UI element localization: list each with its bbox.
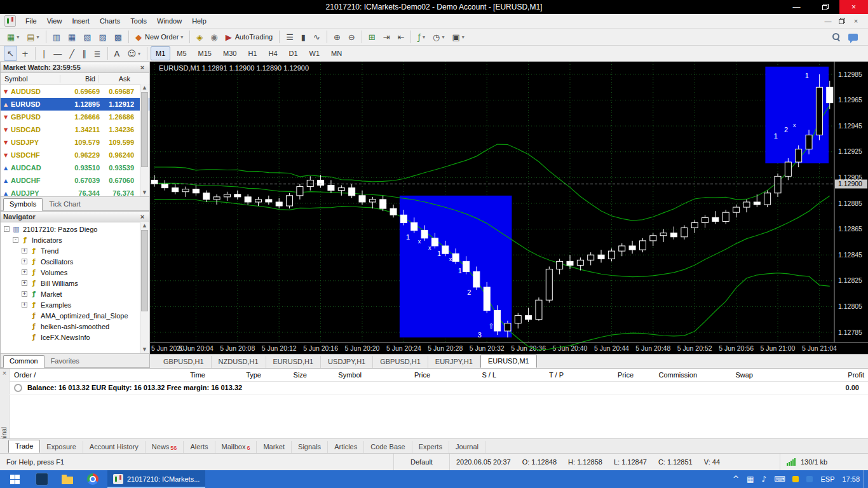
- ask-column-header[interactable]: Ask: [98, 75, 133, 83]
- tray-app-icon-2[interactable]: [803, 470, 817, 488]
- chart-canvas[interactable]: 1.129851.129651.129451.129251.129051.128…: [150, 62, 868, 354]
- expand-icon[interactable]: +: [22, 280, 27, 286]
- bars-chart-button[interactable]: ☰: [283, 29, 297, 44]
- terminal-tab-experts[interactable]: Experts: [412, 441, 449, 453]
- timeframe-h4[interactable]: H4: [263, 46, 282, 60]
- tray-network-icon[interactable]: ▦: [743, 470, 757, 488]
- profiles-button-dropdown-arrow[interactable]: ▾: [37, 34, 39, 40]
- tile-windows-button[interactable]: ⊞: [365, 29, 379, 44]
- navigator-item-trend[interactable]: +ƒTrend: [1, 245, 149, 256]
- scroll-up-icon[interactable]: ▲: [140, 222, 149, 230]
- terminal-column-size[interactable]: Size: [265, 371, 311, 379]
- terminal-tab-news[interactable]: News56: [146, 441, 184, 453]
- terminal-column-s-l[interactable]: S / L: [434, 371, 500, 379]
- terminal-close-button[interactable]: ×: [0, 369, 9, 377]
- navigator-item-volumes[interactable]: +ƒVolumes: [1, 267, 149, 278]
- candles-chart-button[interactable]: ▮: [298, 29, 309, 44]
- navigator-item-21017210-pazos-diego[interactable]: -▥21017210: Pazos Diego: [1, 224, 149, 234]
- chart-shift-button[interactable]: ⇤: [395, 29, 408, 44]
- tray-volume-icon[interactable]: ♪: [757, 470, 770, 488]
- chart-minimize-button[interactable]: —: [821, 15, 835, 27]
- market-watch-row-audchf[interactable]: ▲AUDCHF0.670390.67060: [1, 174, 149, 187]
- navigator-toggle[interactable]: ▧: [80, 29, 94, 44]
- line-chart-button[interactable]: ∿: [310, 29, 323, 44]
- new-chart-button[interactable]: ▦▾: [4, 29, 22, 44]
- new-chart-button-dropdown-arrow[interactable]: ▾: [17, 34, 19, 40]
- market-watch-row-usdcad[interactable]: ▼USDCAD1.342111.34236: [1, 123, 149, 136]
- expand-icon[interactable]: +: [22, 248, 27, 254]
- arrows-tool[interactable]: ☺▾: [124, 46, 144, 61]
- menu-file[interactable]: File: [20, 15, 42, 28]
- timeframe-mn[interactable]: MN: [326, 46, 347, 60]
- terminal-toggle[interactable]: ▨: [96, 29, 110, 44]
- chart-tab-6-eurusd-m1[interactable]: EURUSD,M1: [480, 355, 537, 368]
- market-watch-row-audusd[interactable]: ▼AUDUSD0.696690.69687: [1, 85, 149, 98]
- navigator-tab-common[interactable]: Common: [3, 355, 44, 368]
- indicators-button-dropdown-arrow[interactable]: ▾: [423, 34, 425, 40]
- navigator-item-market[interactable]: +ƒMarket: [1, 288, 149, 299]
- terminal-tab-journal[interactable]: Journal: [449, 441, 485, 453]
- metaquotes-button[interactable]: ◉: [207, 29, 220, 44]
- data-window-toggle[interactable]: ▦: [65, 29, 79, 44]
- zoom-out-button[interactable]: ⊖: [345, 29, 358, 44]
- navigator-item-icefx-newsinfo[interactable]: ƒIceFX.NewsInfo: [1, 332, 149, 342]
- expand-icon[interactable]: +: [22, 259, 27, 264]
- expand-icon[interactable]: +: [22, 269, 27, 275]
- new-order-button[interactable]: ◆New Order▾: [132, 29, 186, 44]
- menu-tools[interactable]: Tools: [125, 15, 152, 28]
- timeframe-h1[interactable]: H1: [243, 46, 262, 60]
- menu-window[interactable]: Window: [152, 15, 187, 28]
- navigator-scrollbar[interactable]: ▲ ▼: [140, 222, 149, 354]
- show-desktop-button[interactable]: [864, 470, 868, 488]
- autotrading-button[interactable]: ▶AutoTrading: [222, 29, 276, 44]
- minimize-button[interactable]: —: [782, 0, 811, 14]
- terminal-tab-code-base[interactable]: Code Base: [364, 441, 412, 453]
- periods-button[interactable]: ◷▾: [430, 29, 447, 44]
- mt4-task-button[interactable]: 21017210: ICMarkets...: [107, 470, 205, 488]
- navigator-item-oscillators[interactable]: +ƒOscillators: [1, 256, 149, 267]
- status-connection[interactable]: 130/1 kb: [780, 454, 868, 470]
- chart-tab-3-usdjpy-h1[interactable]: USDJPY,H1: [321, 356, 373, 368]
- clock[interactable]: 17:58: [838, 470, 864, 488]
- terminal-column-price[interactable]: Price: [567, 371, 637, 379]
- symbol-column-header[interactable]: Symbol: [1, 75, 60, 83]
- market-watch-row-usdjpy[interactable]: ▼USDJPY109.579109.599: [1, 136, 149, 149]
- search-button[interactable]: [829, 29, 844, 44]
- tray-keyboard-icon[interactable]: ⌨: [770, 470, 789, 488]
- chart-tab-1-nzdusd-h1[interactable]: NZDUSD,H1: [212, 356, 266, 368]
- scroll-up-icon[interactable]: ▲: [140, 84, 149, 92]
- chat-button[interactable]: [845, 29, 861, 44]
- timeframe-w1[interactable]: W1: [304, 46, 325, 60]
- titlebar[interactable]: 21017210: ICMarkets-Demo02 - Demo Accoun…: [0, 0, 868, 14]
- timeframe-m15[interactable]: M15: [193, 46, 217, 60]
- terminal-tab-alerts[interactable]: Alerts: [184, 441, 215, 453]
- strategy-tester-toggle[interactable]: ▩: [111, 29, 125, 44]
- expand-icon[interactable]: +: [22, 302, 27, 308]
- tray-app-icon-1[interactable]: [789, 470, 803, 488]
- fibonacci-tool[interactable]: ≣: [91, 46, 104, 61]
- crosshair-tool[interactable]: +: [18, 46, 32, 61]
- navigator-item-ama-optimized-final-slope[interactable]: ƒAMA_optimized_final_Slope: [1, 310, 149, 321]
- market-watch-tab-tick-chart[interactable]: Tick Chart: [43, 199, 86, 210]
- market-watch-close-button[interactable]: ×: [138, 64, 147, 71]
- arrows-tool-dropdown-arrow[interactable]: ▾: [138, 51, 140, 57]
- navigator-close-button[interactable]: ×: [138, 213, 147, 220]
- cursor-tool[interactable]: ↖: [4, 46, 17, 61]
- timeframe-m30[interactable]: M30: [218, 46, 241, 60]
- navigator-item-heiken-ashi-smoothed[interactable]: ƒheiken-ashi-smoothed: [1, 321, 149, 332]
- terminal-tab-signals[interactable]: Signals: [292, 441, 328, 453]
- scrollbar-thumb[interactable]: [141, 92, 148, 167]
- terminal-tab-trade[interactable]: Trade: [8, 440, 40, 453]
- navigator-tab-favorites[interactable]: Favorites: [45, 356, 85, 367]
- market-watch-row-eurusd[interactable]: ▲EURUSD1.128951.12912: [1, 98, 149, 111]
- indicators-button[interactable]: ƒ▾: [414, 29, 428, 44]
- terminal-column-commission[interactable]: Commission: [637, 371, 701, 379]
- menu-view[interactable]: View: [42, 15, 67, 28]
- channel-tool[interactable]: ∥: [79, 46, 90, 61]
- chart-close-button[interactable]: ×: [849, 15, 863, 27]
- market-watch-row-audcad[interactable]: ▲AUDCAD0.935100.93539: [1, 161, 149, 174]
- trendline-tool[interactable]: ╱: [66, 46, 78, 61]
- terminal-tab-articles[interactable]: Articles: [328, 441, 364, 453]
- timeframe-m1[interactable]: M1: [151, 46, 170, 60]
- navigator-item-bill-williams[interactable]: +ƒBill Williams: [1, 278, 149, 288]
